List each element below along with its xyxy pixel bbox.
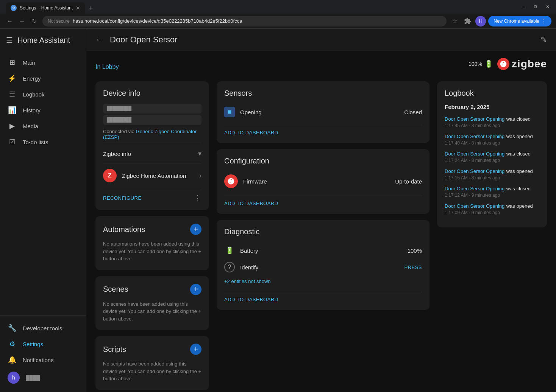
- back-nav-btn[interactable]: ←: [5, 16, 15, 26]
- log-entry-5: Door Open Sersor Opening was opened 1:17…: [445, 202, 539, 215]
- sidebar-item-media[interactable]: ▶ Media: [0, 118, 81, 134]
- battery-diag-value: 100%: [408, 247, 422, 254]
- log-link-1[interactable]: Door Open Sersor Opening: [445, 134, 504, 139]
- scripts-add-btn[interactable]: +: [190, 344, 201, 355]
- reconfigure-btn[interactable]: RECONFIGURE: [103, 195, 142, 201]
- log-time-1: 1:17:40 AM · 8 minutes ago: [445, 140, 539, 146]
- logbook-scroll[interactable]: Door Open Sersor Opening was closed 1:17…: [445, 115, 539, 220]
- sidebar-item-main[interactable]: ⊞ Main: [0, 54, 81, 70]
- sidebar-item-profile[interactable]: h ████: [0, 368, 86, 387]
- chrome-update-btn[interactable]: New Chrome available ⋮: [488, 16, 551, 26]
- notifications-icon: 🔔: [8, 356, 17, 364]
- sensor-opening-label: Opening: [240, 109, 399, 115]
- scenes-empty-text: No scenes have been added using this dev…: [103, 300, 201, 323]
- log-link-4[interactable]: Door Open Sersor Opening: [445, 186, 504, 191]
- url-bar[interactable]: Not secure hass.home.local/config/device…: [42, 16, 447, 26]
- log-action-0: was closed: [506, 116, 531, 122]
- page-edit-btn[interactable]: ✎: [540, 35, 547, 44]
- firmware-label: Firmware: [243, 178, 390, 185]
- sidebar-item-logbook[interactable]: ☰ Logbook: [0, 86, 81, 102]
- sidebar-item-history-label: History: [23, 107, 41, 114]
- zigbee-logo-icon: [497, 58, 509, 70]
- tab-label: Settings – Home Assistant: [20, 5, 73, 11]
- log-link-0[interactable]: Door Open Sersor Opening: [445, 116, 504, 122]
- identify-press-btn[interactable]: PRESS: [404, 264, 422, 270]
- sidebar-item-devtools[interactable]: 🔧 Developer tools: [0, 320, 86, 336]
- integration-chevron-icon: ›: [199, 172, 201, 180]
- reload-btn[interactable]: ↻: [29, 16, 39, 26]
- sensors-title: Sensors: [224, 89, 422, 98]
- sidebar-item-notifications[interactable]: 🔔 Notifications: [0, 352, 86, 368]
- zigbee-expand-icon: ▾: [198, 149, 201, 158]
- sidebar-item-devtools-label: Developer tools: [23, 325, 62, 331]
- configuration-card: Configuration Firmware Up-to-date ADD TO…: [217, 149, 429, 214]
- log-time-0: 1:17:45 AM · 8 minutes ago: [445, 123, 539, 128]
- extensions-btn[interactable]: [462, 16, 473, 26]
- scripts-title: Scripts: [103, 345, 126, 354]
- automations-title: Automations: [103, 225, 145, 234]
- zigbee-integration-icon: Z: [103, 169, 117, 182]
- center-column: Sensors Opening Closed ADD TO DASHBOARD …: [217, 81, 429, 392]
- close-btn[interactable]: ✕: [542, 2, 553, 12]
- connected-via: Connected via Generic Zigbee Coordinator…: [103, 129, 201, 140]
- sidebar-item-todo[interactable]: ☑ To-do lists: [0, 134, 81, 150]
- device-info-more-icon[interactable]: ⋮: [194, 193, 201, 202]
- forward-nav-btn[interactable]: →: [17, 16, 27, 26]
- identify-label: Identify: [240, 264, 399, 271]
- log-time-4: 1:17:12 AM · 9 minutes ago: [445, 193, 539, 198]
- sensor-opening-value: Closed: [404, 109, 422, 115]
- log-action-2: was closed: [506, 151, 531, 157]
- sidebar-item-todo-label: To-do lists: [23, 139, 48, 145]
- active-tab[interactable]: ⚙ Settings – Home Assistant ✕: [6, 2, 85, 14]
- battery-pct: 100%: [469, 61, 482, 67]
- right-column: Logbook February 2, 2025 Door Open Serso…: [437, 81, 547, 392]
- page-header: ← Door Open Sersor ✎: [86, 29, 556, 51]
- scenes-add-btn[interactable]: +: [190, 284, 201, 295]
- sidebar-nav: ⊞ Main ⚡ Energy ☰ Logbook 📊 History ▶ Me…: [0, 51, 86, 315]
- restore-btn[interactable]: ⧉: [530, 2, 541, 12]
- identify-icon: ?: [224, 262, 235, 272]
- automations-add-btn[interactable]: +: [190, 224, 201, 235]
- main-content: ← Door Open Sersor ✎ In Lobby 100% 🔋: [86, 29, 556, 392]
- minimize-btn[interactable]: –: [518, 2, 529, 12]
- log-link-2[interactable]: Door Open Sersor Opening: [445, 151, 504, 157]
- configuration-title: Configuration: [224, 157, 422, 165]
- log-link-5[interactable]: Door Open Sersor Opening: [445, 203, 504, 209]
- new-tab-btn[interactable]: +: [86, 3, 96, 14]
- diagnostic-title: Diagnostic: [224, 227, 422, 236]
- diagnostic-battery-row: 🔋 Battery 100%: [224, 242, 422, 259]
- sidebar-item-energy-label: Energy: [23, 75, 41, 82]
- sidebar-header: ☰ Home Assistant: [0, 29, 86, 51]
- log-entry-0: Door Open Sersor Opening was closed 1:17…: [445, 115, 539, 128]
- profile-btn[interactable]: H: [475, 16, 486, 26]
- zigbee-info-label: Zigbee info: [103, 151, 131, 157]
- sidebar-item-energy[interactable]: ⚡ Energy: [0, 70, 81, 86]
- zigbee-brand: zigbee: [497, 58, 547, 70]
- sensors-add-dashboard-btn[interactable]: ADD TO DASHBOARD: [224, 125, 422, 135]
- sidebar-menu-icon[interactable]: ☰: [6, 36, 13, 45]
- user-avatar: h: [8, 372, 20, 384]
- log-time-2: 1:17:24 AM · 8 minutes ago: [445, 158, 539, 163]
- tab-close-btn[interactable]: ✕: [76, 5, 80, 11]
- zigbee-info-row[interactable]: Zigbee info ▾: [103, 144, 201, 163]
- location-link[interactable]: In Lobby: [95, 64, 119, 70]
- todo-icon: ☑: [8, 138, 17, 146]
- diagnostic-add-dashboard-btn[interactable]: ADD TO DASHBOARD: [224, 292, 422, 302]
- log-action-1: was opened: [506, 134, 533, 139]
- sidebar-item-settings[interactable]: ⚙ Settings: [0, 336, 86, 352]
- bookmark-btn[interactable]: ☆: [450, 16, 460, 26]
- logbook-title: Logbook: [445, 89, 539, 98]
- entities-not-shown-link[interactable]: +2 entities not shown: [224, 275, 422, 287]
- zigbee-integration-row[interactable]: Z Zigbee Home Automation ›: [103, 163, 201, 188]
- config-add-dashboard-btn[interactable]: ADD TO DASHBOARD: [224, 196, 422, 206]
- firmware-value: Up-to-date: [395, 178, 422, 185]
- log-action-5: was opened: [506, 203, 533, 209]
- left-column: Device info █████████ █████████ Connecte…: [95, 81, 209, 392]
- sidebar-title: Home Assistant: [17, 36, 70, 45]
- scenes-header: Scenes +: [103, 284, 201, 295]
- svg-rect-1: [228, 110, 231, 114]
- page-back-btn[interactable]: ←: [95, 35, 104, 45]
- log-time-5: 1:17:09 AM · 9 minutes ago: [445, 210, 539, 215]
- log-link-3[interactable]: Door Open Sersor Opening: [445, 168, 504, 174]
- sidebar-item-history[interactable]: 📊 History: [0, 102, 81, 118]
